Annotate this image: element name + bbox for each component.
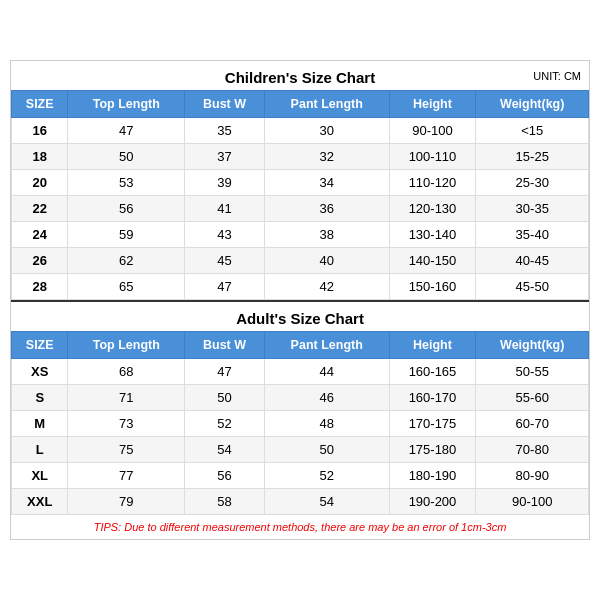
table-cell: 22 bbox=[12, 196, 68, 222]
table-cell: 38 bbox=[264, 222, 389, 248]
adults-col-pantlength: Pant Length bbox=[264, 332, 389, 359]
table-row: 1647353090-100<15 bbox=[12, 118, 589, 144]
table-cell: 90-100 bbox=[476, 489, 589, 515]
table-cell: 48 bbox=[264, 411, 389, 437]
table-cell: 56 bbox=[185, 463, 265, 489]
adults-header-row: SIZE Top Length Bust W Pant Length Heigh… bbox=[12, 332, 589, 359]
table-cell: <15 bbox=[476, 118, 589, 144]
adults-section-title: Adult's Size Chart bbox=[11, 300, 589, 331]
adults-table: SIZE Top Length Bust W Pant Length Heigh… bbox=[11, 331, 589, 515]
children-tbody: 1647353090-100<1518503732100-11015-25205… bbox=[12, 118, 589, 300]
children-col-height: Height bbox=[389, 91, 476, 118]
table-cell: 90-100 bbox=[389, 118, 476, 144]
table-cell: 43 bbox=[185, 222, 265, 248]
table-row: 22564136120-13030-35 bbox=[12, 196, 589, 222]
table-cell: 73 bbox=[68, 411, 185, 437]
table-cell: 42 bbox=[264, 274, 389, 300]
adults-col-weight: Weight(kg) bbox=[476, 332, 589, 359]
table-cell: 25-30 bbox=[476, 170, 589, 196]
table-cell: 40-45 bbox=[476, 248, 589, 274]
children-col-bustw: Bust W bbox=[185, 91, 265, 118]
adults-col-height: Height bbox=[389, 332, 476, 359]
children-col-pantlength: Pant Length bbox=[264, 91, 389, 118]
table-cell: 28 bbox=[12, 274, 68, 300]
table-row: XS684744160-16550-55 bbox=[12, 359, 589, 385]
table-cell: 34 bbox=[264, 170, 389, 196]
table-cell: 35-40 bbox=[476, 222, 589, 248]
tips-text: TIPS: Due to different measurement metho… bbox=[11, 515, 589, 539]
children-table: SIZE Top Length Bust W Pant Length Heigh… bbox=[11, 90, 589, 300]
table-cell: 41 bbox=[185, 196, 265, 222]
adults-col-bustw: Bust W bbox=[185, 332, 265, 359]
table-cell: 190-200 bbox=[389, 489, 476, 515]
table-cell: 60-70 bbox=[476, 411, 589, 437]
adults-col-size: SIZE bbox=[12, 332, 68, 359]
table-cell: 62 bbox=[68, 248, 185, 274]
children-header-row: SIZE Top Length Bust W Pant Length Heigh… bbox=[12, 91, 589, 118]
adults-title-text: Adult's Size Chart bbox=[236, 310, 364, 327]
table-cell: XL bbox=[12, 463, 68, 489]
table-cell: 130-140 bbox=[389, 222, 476, 248]
table-cell: 77 bbox=[68, 463, 185, 489]
table-cell: 45-50 bbox=[476, 274, 589, 300]
table-cell: 160-165 bbox=[389, 359, 476, 385]
table-row: XL775652180-19080-90 bbox=[12, 463, 589, 489]
table-cell: XXL bbox=[12, 489, 68, 515]
table-cell: M bbox=[12, 411, 68, 437]
size-chart-container: Children's Size Chart UNIT: CM SIZE Top … bbox=[10, 60, 590, 540]
table-cell: 140-150 bbox=[389, 248, 476, 274]
table-cell: 110-120 bbox=[389, 170, 476, 196]
table-cell: 170-175 bbox=[389, 411, 476, 437]
table-cell: 46 bbox=[264, 385, 389, 411]
table-cell: 175-180 bbox=[389, 437, 476, 463]
table-cell: 54 bbox=[185, 437, 265, 463]
table-cell: 80-90 bbox=[476, 463, 589, 489]
table-row: 24594338130-14035-40 bbox=[12, 222, 589, 248]
children-col-toplength: Top Length bbox=[68, 91, 185, 118]
table-cell: 79 bbox=[68, 489, 185, 515]
table-cell: 32 bbox=[264, 144, 389, 170]
table-cell: 59 bbox=[68, 222, 185, 248]
table-cell: 15-25 bbox=[476, 144, 589, 170]
children-unit-label: UNIT: CM bbox=[533, 70, 581, 82]
table-cell: 52 bbox=[185, 411, 265, 437]
table-cell: 18 bbox=[12, 144, 68, 170]
table-cell: 58 bbox=[185, 489, 265, 515]
table-cell: 37 bbox=[185, 144, 265, 170]
table-cell: 71 bbox=[68, 385, 185, 411]
children-col-size: SIZE bbox=[12, 91, 68, 118]
table-cell: 30 bbox=[264, 118, 389, 144]
table-cell: 56 bbox=[68, 196, 185, 222]
table-cell: 39 bbox=[185, 170, 265, 196]
table-row: S715046160-17055-60 bbox=[12, 385, 589, 411]
table-row: 28654742150-16045-50 bbox=[12, 274, 589, 300]
table-row: 20533934110-12025-30 bbox=[12, 170, 589, 196]
adults-col-toplength: Top Length bbox=[68, 332, 185, 359]
table-cell: 47 bbox=[185, 274, 265, 300]
table-cell: XS bbox=[12, 359, 68, 385]
table-cell: L bbox=[12, 437, 68, 463]
table-cell: 47 bbox=[68, 118, 185, 144]
table-cell: 30-35 bbox=[476, 196, 589, 222]
table-cell: 68 bbox=[68, 359, 185, 385]
table-row: 18503732100-11015-25 bbox=[12, 144, 589, 170]
table-row: XXL795854190-20090-100 bbox=[12, 489, 589, 515]
children-title-text: Children's Size Chart bbox=[225, 69, 375, 86]
table-cell: 50 bbox=[264, 437, 389, 463]
table-cell: S bbox=[12, 385, 68, 411]
table-cell: 44 bbox=[264, 359, 389, 385]
table-row: L755450175-18070-80 bbox=[12, 437, 589, 463]
table-cell: 36 bbox=[264, 196, 389, 222]
table-cell: 120-130 bbox=[389, 196, 476, 222]
table-cell: 16 bbox=[12, 118, 68, 144]
table-cell: 50 bbox=[185, 385, 265, 411]
table-cell: 20 bbox=[12, 170, 68, 196]
children-col-weight: Weight(kg) bbox=[476, 91, 589, 118]
table-cell: 45 bbox=[185, 248, 265, 274]
table-cell: 50-55 bbox=[476, 359, 589, 385]
table-cell: 54 bbox=[264, 489, 389, 515]
children-section-title: Children's Size Chart UNIT: CM bbox=[11, 61, 589, 90]
table-cell: 160-170 bbox=[389, 385, 476, 411]
table-cell: 35 bbox=[185, 118, 265, 144]
table-cell: 100-110 bbox=[389, 144, 476, 170]
